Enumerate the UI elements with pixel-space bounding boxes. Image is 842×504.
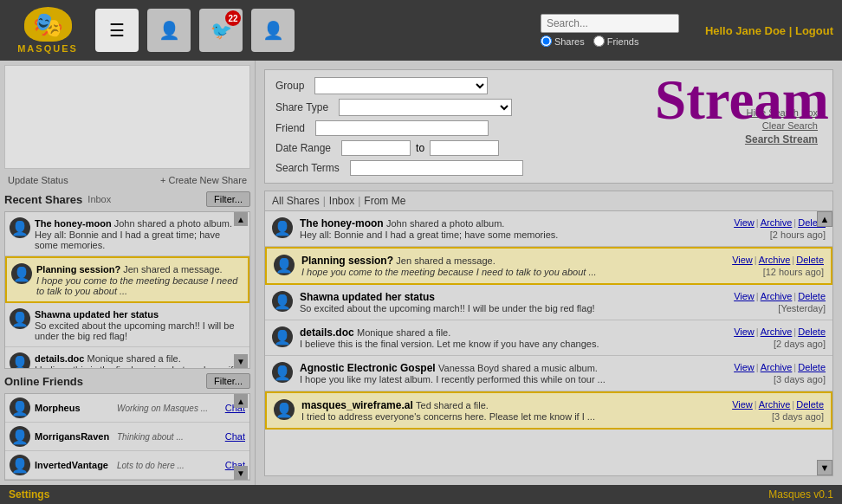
stream-item-desc: I believe this is the final version. Let… [300, 339, 706, 349]
update-status-link[interactable]: Update Status [8, 175, 68, 185]
stream-item-content: The honey-moon John shared a photo album… [300, 217, 706, 240]
friend-item: 👤 Morpheus Working on Masques ... Chat [5, 394, 249, 423]
delete-link[interactable]: Delete [796, 255, 824, 265]
search-terms-input[interactable] [350, 160, 523, 176]
tab-inbox[interactable]: Inbox [329, 195, 354, 207]
tab-from-me[interactable]: From Me [364, 195, 405, 207]
stream-area: All Shares | Inbox | From Me ▲ 👤 The hon… [264, 191, 833, 476]
header: MASQUES ☰ 👤 🐦 22 👤 Shares Friends Hello … [0, 0, 842, 61]
recent-shares-header: Recent Shares Inbox Filter... [4, 191, 250, 207]
action-links: View | Archive | Delete [732, 255, 824, 265]
create-new-share-link[interactable]: + Create New Share [160, 175, 247, 185]
group-select[interactable] [314, 77, 488, 94]
stream-item-time: [Yesterday] [778, 303, 826, 313]
tab-all-shares[interactable]: All Shares [272, 195, 320, 207]
archive-link[interactable]: Archive [759, 399, 791, 410]
header-search-input[interactable] [541, 14, 679, 33]
date-from-input[interactable] [341, 140, 411, 156]
archive-link[interactable]: Archive [759, 255, 791, 265]
friend-status: Working on Masques ... [117, 404, 221, 413]
share-desc: So excited about the upcoming march!! I … [35, 320, 245, 341]
archive-link[interactable]: Archive [761, 326, 793, 337]
stream-item-actions: View | Archive | Delete [3 days ago] [711, 399, 824, 422]
separator: | [789, 24, 795, 37]
user-icon-button[interactable]: 👤 [251, 9, 295, 52]
share-item[interactable]: 👤 Shawna updated her status So excited a… [5, 303, 249, 347]
delete-link[interactable]: Delete [796, 399, 824, 410]
friend-item: 👤 InvertedVantage Lots to do here ... Ch… [5, 451, 249, 480]
date-to-input[interactable] [430, 140, 499, 156]
logo-icon[interactable] [24, 7, 72, 42]
search-stream-button[interactable]: Search Stream [745, 133, 818, 145]
friend-input[interactable] [315, 120, 489, 136]
delete-link[interactable]: Delete [798, 326, 826, 337]
stream-item[interactable]: 👤 masques_wireframe.al Ted shared a file… [265, 391, 832, 430]
stream-scroll-down[interactable]: ▼ [817, 460, 832, 475]
share-text: details.doc Monique shared a file. I bel… [35, 352, 245, 369]
avatar: 👤 [10, 217, 30, 238]
notification-badge: 22 [225, 10, 241, 26]
stream-item[interactable]: 👤 Agnostic Electronic Gospel Vanessa Boy… [265, 356, 832, 391]
stream-item-title: details.doc [300, 326, 357, 339]
view-link[interactable]: View [732, 399, 753, 410]
greeting-text: Hello Jane Doe [705, 24, 786, 37]
shares-radio-label[interactable]: Shares [541, 36, 585, 47]
menu-icon-button[interactable]: ☰ [95, 9, 139, 52]
notification-icon-button[interactable]: 🐦 22 [199, 9, 243, 52]
archive-link[interactable]: Archive [761, 291, 793, 301]
delete-link[interactable]: Delete [798, 362, 826, 372]
avatar: 👤 [272, 217, 293, 238]
filter-shares-button[interactable]: Filter... [206, 191, 250, 207]
stream-item-title: The honey-moon [300, 217, 386, 229]
stream-item[interactable]: 👤 details.doc Monique shared a file. I b… [265, 320, 832, 356]
inbox-link[interactable]: Inbox [87, 194, 111, 204]
user-greeting: Hello Jane Doe | Logout [705, 24, 833, 37]
view-link[interactable]: View [734, 217, 755, 228]
shares-radio[interactable] [541, 36, 552, 47]
stream-item[interactable]: 👤 Shawna updated her status So excited a… [265, 285, 832, 320]
stream-item[interactable]: 👤 Planning session? Jen shared a message… [265, 247, 832, 285]
logout-link[interactable]: Logout [795, 24, 833, 37]
archive-link[interactable]: Archive [761, 217, 793, 228]
friend-item: 👤 MorrigansRaven Thinking about ... Chat [5, 423, 249, 451]
friends-scroll-down[interactable]: ▼ [234, 466, 248, 480]
view-link[interactable]: View [734, 326, 755, 337]
share-item[interactable]: 👤 details.doc Monique shared a file. I b… [5, 347, 249, 369]
logo-area: MASQUES [9, 7, 87, 54]
stream-scroll-up[interactable]: ▲ [817, 211, 832, 227]
friends-radio[interactable] [593, 36, 605, 47]
share-type-select[interactable] [339, 99, 512, 116]
avatar: 👤 [272, 326, 293, 347]
view-link[interactable]: View [734, 362, 755, 372]
archive-link[interactable]: Archive [761, 362, 793, 372]
delete-link[interactable]: Delete [798, 291, 826, 301]
chat-button[interactable]: Chat [225, 431, 245, 442]
friend-name: InvertedVantage [35, 460, 113, 470]
view-link[interactable]: View [734, 291, 755, 301]
main-area: Update Status + Create New Share Recent … [0, 61, 842, 485]
share-subtitle: John shared a photo album. [114, 218, 232, 229]
share-title: details.doc [35, 353, 87, 364]
profile-icon-button[interactable]: 👤 [147, 9, 191, 52]
stream-item[interactable]: 👤 The honey-moon John shared a photo alb… [265, 211, 832, 247]
stream-item-subtitle: Vanessa Boyd shared a music album. [438, 363, 598, 373]
silhouette-icon: 👤 [262, 20, 284, 41]
friend-name: Morpheus [35, 403, 113, 413]
view-link[interactable]: View [732, 255, 753, 265]
settings-link[interactable]: Settings [9, 488, 49, 501]
shares-label: Shares [554, 36, 585, 47]
header-search-box: Shares Friends [541, 14, 679, 47]
avatar: 👤 [272, 291, 293, 312]
friends-scroll-up[interactable]: ▲ [234, 394, 248, 408]
shares-scroll-down[interactable]: ▼ [234, 354, 248, 368]
action-links: View | Archive | Delete [734, 217, 826, 228]
action-links: View | Archive | Delete [732, 399, 824, 410]
friends-radio-label[interactable]: Friends [593, 36, 639, 47]
share-item[interactable]: 👤 The honey-moon John shared a photo alb… [5, 212, 249, 256]
filter-friends-button[interactable]: Filter... [206, 373, 250, 389]
share-text: Shawna updated her status So excited abo… [35, 308, 245, 341]
share-item[interactable]: 👤 Planning session? Jen shared a message… [5, 256, 249, 303]
shares-scroll-up[interactable]: ▲ [234, 212, 248, 226]
stream-item-content: Planning session? Jen shared a message. … [301, 255, 704, 277]
logo-text: MASQUES [17, 43, 78, 54]
